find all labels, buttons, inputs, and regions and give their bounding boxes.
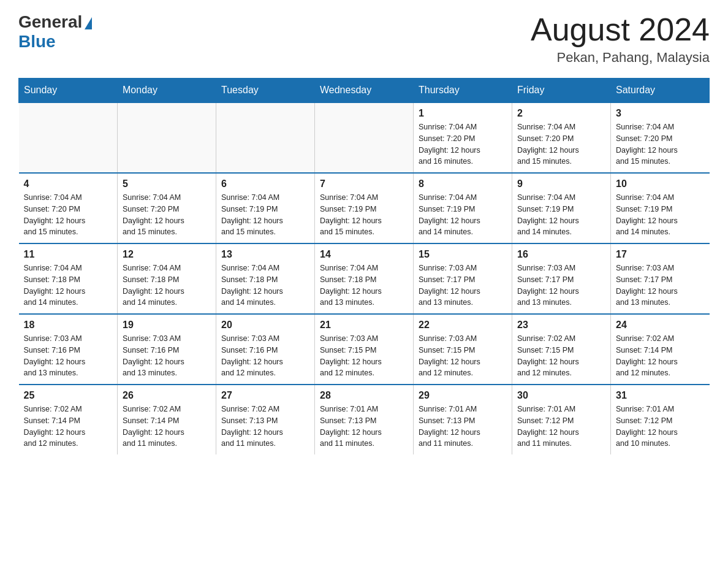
calendar-table: SundayMondayTuesdayWednesdayThursdayFrid… bbox=[18, 78, 710, 454]
day-cell: 10Sunrise: 7:04 AM Sunset: 7:19 PM Dayli… bbox=[611, 173, 710, 243]
day-number: 6 bbox=[221, 178, 309, 190]
day-cell bbox=[315, 102, 414, 173]
day-number: 31 bbox=[616, 390, 705, 401]
day-number: 3 bbox=[616, 108, 705, 119]
day-number: 4 bbox=[24, 178, 113, 190]
day-cell: 24Sunrise: 7:02 AM Sunset: 7:14 PM Dayli… bbox=[611, 314, 710, 385]
day-info: Sunrise: 7:01 AM Sunset: 7:12 PM Dayligh… bbox=[616, 404, 705, 450]
day-number: 24 bbox=[616, 320, 705, 331]
day-info: Sunrise: 7:04 AM Sunset: 7:19 PM Dayligh… bbox=[320, 192, 408, 238]
week-row-1: 1Sunrise: 7:04 AM Sunset: 7:20 PM Daylig… bbox=[19, 102, 710, 173]
day-number: 30 bbox=[517, 390, 605, 401]
day-cell: 14Sunrise: 7:04 AM Sunset: 7:18 PM Dayli… bbox=[315, 243, 414, 314]
day-number: 23 bbox=[517, 320, 605, 331]
day-number: 20 bbox=[221, 320, 309, 331]
day-cell: 22Sunrise: 7:03 AM Sunset: 7:15 PM Dayli… bbox=[414, 314, 512, 385]
day-info: Sunrise: 7:02 AM Sunset: 7:14 PM Dayligh… bbox=[123, 404, 211, 450]
day-number: 15 bbox=[419, 249, 507, 260]
day-cell: 6Sunrise: 7:04 AM Sunset: 7:19 PM Daylig… bbox=[216, 173, 315, 243]
day-number: 29 bbox=[419, 390, 507, 401]
day-cell: 2Sunrise: 7:04 AM Sunset: 7:20 PM Daylig… bbox=[512, 102, 611, 173]
day-info: Sunrise: 7:04 AM Sunset: 7:20 PM Dayligh… bbox=[419, 121, 507, 167]
header-cell-thursday: Thursday bbox=[414, 79, 512, 103]
day-number: 10 bbox=[616, 178, 705, 190]
day-info: Sunrise: 7:04 AM Sunset: 7:18 PM Dayligh… bbox=[24, 262, 113, 308]
day-cell: 17Sunrise: 7:03 AM Sunset: 7:17 PM Dayli… bbox=[611, 243, 710, 314]
day-cell: 23Sunrise: 7:02 AM Sunset: 7:15 PM Dayli… bbox=[512, 314, 611, 385]
day-info: Sunrise: 7:04 AM Sunset: 7:19 PM Dayligh… bbox=[419, 192, 507, 238]
day-cell: 16Sunrise: 7:03 AM Sunset: 7:17 PM Dayli… bbox=[512, 243, 611, 314]
day-cell bbox=[216, 102, 315, 173]
day-info: Sunrise: 7:01 AM Sunset: 7:12 PM Dayligh… bbox=[517, 404, 605, 450]
day-cell: 11Sunrise: 7:04 AM Sunset: 7:18 PM Dayli… bbox=[19, 243, 118, 314]
header-row: SundayMondayTuesdayWednesdayThursdayFrid… bbox=[19, 79, 710, 103]
day-cell: 5Sunrise: 7:04 AM Sunset: 7:20 PM Daylig… bbox=[118, 173, 216, 243]
header-cell-tuesday: Tuesday bbox=[216, 79, 315, 103]
header-cell-friday: Friday bbox=[512, 79, 611, 103]
day-info: Sunrise: 7:03 AM Sunset: 7:16 PM Dayligh… bbox=[123, 333, 211, 379]
day-info: Sunrise: 7:04 AM Sunset: 7:20 PM Dayligh… bbox=[24, 192, 113, 238]
day-number: 1 bbox=[419, 108, 507, 119]
day-cell: 28Sunrise: 7:01 AM Sunset: 7:13 PM Dayli… bbox=[315, 385, 414, 454]
day-cell: 20Sunrise: 7:03 AM Sunset: 7:16 PM Dayli… bbox=[216, 314, 315, 385]
calendar-header: SundayMondayTuesdayWednesdayThursdayFrid… bbox=[19, 79, 710, 103]
day-number: 27 bbox=[221, 390, 309, 401]
day-cell: 3Sunrise: 7:04 AM Sunset: 7:20 PM Daylig… bbox=[611, 102, 710, 173]
day-info: Sunrise: 7:03 AM Sunset: 7:17 PM Dayligh… bbox=[517, 262, 605, 308]
day-cell: 27Sunrise: 7:02 AM Sunset: 7:13 PM Dayli… bbox=[216, 385, 315, 454]
week-row-3: 11Sunrise: 7:04 AM Sunset: 7:18 PM Dayli… bbox=[19, 243, 710, 314]
day-cell: 8Sunrise: 7:04 AM Sunset: 7:19 PM Daylig… bbox=[414, 173, 512, 243]
page-header: General Blue August 2024 Pekan, Pahang, … bbox=[18, 12, 710, 66]
day-info: Sunrise: 7:02 AM Sunset: 7:14 PM Dayligh… bbox=[616, 333, 705, 379]
day-cell: 7Sunrise: 7:04 AM Sunset: 7:19 PM Daylig… bbox=[315, 173, 414, 243]
day-info: Sunrise: 7:04 AM Sunset: 7:19 PM Dayligh… bbox=[517, 192, 605, 238]
header-cell-wednesday: Wednesday bbox=[315, 79, 414, 103]
day-number: 26 bbox=[123, 390, 211, 401]
day-number: 18 bbox=[24, 320, 113, 331]
logo-blue-text: Blue bbox=[18, 32, 56, 52]
day-info: Sunrise: 7:04 AM Sunset: 7:20 PM Dayligh… bbox=[616, 121, 705, 167]
day-number: 21 bbox=[320, 320, 408, 331]
day-cell: 31Sunrise: 7:01 AM Sunset: 7:12 PM Dayli… bbox=[611, 385, 710, 454]
logo-triangle-icon bbox=[85, 17, 92, 29]
day-info: Sunrise: 7:03 AM Sunset: 7:16 PM Dayligh… bbox=[221, 333, 309, 379]
day-cell bbox=[118, 102, 216, 173]
day-cell: 18Sunrise: 7:03 AM Sunset: 7:16 PM Dayli… bbox=[19, 314, 118, 385]
day-info: Sunrise: 7:03 AM Sunset: 7:17 PM Dayligh… bbox=[419, 262, 507, 308]
month-title: August 2024 bbox=[531, 12, 710, 47]
day-cell: 29Sunrise: 7:01 AM Sunset: 7:13 PM Dayli… bbox=[414, 385, 512, 454]
day-number: 19 bbox=[123, 320, 211, 331]
day-info: Sunrise: 7:04 AM Sunset: 7:19 PM Dayligh… bbox=[616, 192, 705, 238]
day-info: Sunrise: 7:03 AM Sunset: 7:17 PM Dayligh… bbox=[616, 262, 705, 308]
day-cell: 15Sunrise: 7:03 AM Sunset: 7:17 PM Dayli… bbox=[414, 243, 512, 314]
day-number: 11 bbox=[24, 249, 113, 260]
day-cell: 19Sunrise: 7:03 AM Sunset: 7:16 PM Dayli… bbox=[118, 314, 216, 385]
day-info: Sunrise: 7:02 AM Sunset: 7:14 PM Dayligh… bbox=[24, 404, 113, 450]
day-info: Sunrise: 7:03 AM Sunset: 7:16 PM Dayligh… bbox=[24, 333, 113, 379]
day-info: Sunrise: 7:03 AM Sunset: 7:15 PM Dayligh… bbox=[320, 333, 408, 379]
week-row-5: 25Sunrise: 7:02 AM Sunset: 7:14 PM Dayli… bbox=[19, 385, 710, 454]
day-info: Sunrise: 7:04 AM Sunset: 7:19 PM Dayligh… bbox=[221, 192, 309, 238]
day-info: Sunrise: 7:04 AM Sunset: 7:18 PM Dayligh… bbox=[320, 262, 408, 308]
day-number: 8 bbox=[419, 178, 507, 190]
day-cell: 21Sunrise: 7:03 AM Sunset: 7:15 PM Dayli… bbox=[315, 314, 414, 385]
week-row-4: 18Sunrise: 7:03 AM Sunset: 7:16 PM Dayli… bbox=[19, 314, 710, 385]
day-number: 2 bbox=[517, 108, 605, 119]
header-cell-saturday: Saturday bbox=[611, 79, 710, 103]
logo: General Blue bbox=[18, 12, 92, 52]
day-cell: 30Sunrise: 7:01 AM Sunset: 7:12 PM Dayli… bbox=[512, 385, 611, 454]
day-info: Sunrise: 7:01 AM Sunset: 7:13 PM Dayligh… bbox=[320, 404, 408, 450]
day-number: 16 bbox=[517, 249, 605, 260]
day-number: 13 bbox=[221, 249, 309, 260]
location-title: Pekan, Pahang, Malaysia bbox=[531, 50, 710, 66]
day-number: 14 bbox=[320, 249, 408, 260]
day-info: Sunrise: 7:04 AM Sunset: 7:20 PM Dayligh… bbox=[123, 192, 211, 238]
week-row-2: 4Sunrise: 7:04 AM Sunset: 7:20 PM Daylig… bbox=[19, 173, 710, 243]
day-number: 5 bbox=[123, 178, 211, 190]
day-info: Sunrise: 7:04 AM Sunset: 7:18 PM Dayligh… bbox=[123, 262, 211, 308]
day-number: 28 bbox=[320, 390, 408, 401]
day-number: 12 bbox=[123, 249, 211, 260]
day-cell: 26Sunrise: 7:02 AM Sunset: 7:14 PM Dayli… bbox=[118, 385, 216, 454]
day-info: Sunrise: 7:03 AM Sunset: 7:15 PM Dayligh… bbox=[419, 333, 507, 379]
day-info: Sunrise: 7:02 AM Sunset: 7:15 PM Dayligh… bbox=[517, 333, 605, 379]
